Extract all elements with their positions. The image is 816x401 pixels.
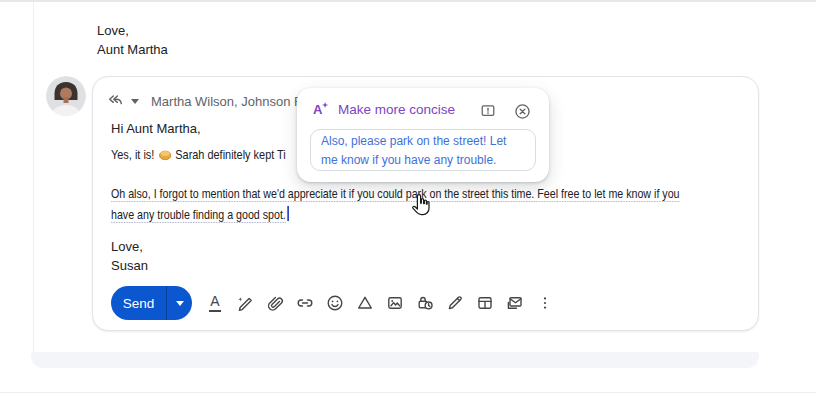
insert-emoji-button[interactable] [322,289,348,317]
ai-suggestion-box[interactable]: Also, please park on the street! Let me … [310,129,536,171]
insert-link-icon [295,293,315,313]
svg-text:A: A [313,102,323,117]
body-text: Sarah definitely kept Ti [175,147,285,162]
close-button[interactable] [511,100,533,122]
ai-popup-header: A Make more concise [312,100,455,118]
confidential-mode-button[interactable] [412,289,438,317]
body-closing: Love, Susan [111,237,148,275]
body-text: Love, [111,237,148,256]
help-me-write-button[interactable] [232,289,258,317]
confidential-mode-icon [415,293,435,313]
text-caret [287,206,289,221]
report-feedback-icon [479,102,497,120]
more-options-icon [535,293,555,313]
top-divider [0,0,816,2]
gmail-conversation-view: Love, Aunt Martha Martha Wilson, Johnson [0,0,816,401]
close-icon [513,102,532,121]
reply-all-icon [107,93,125,109]
insert-link-button[interactable] [292,289,318,317]
avatar[interactable] [46,76,86,116]
bottom-divider [0,392,816,393]
chevron-down-icon [176,301,184,306]
send-button-group: Send [111,286,192,320]
body-text: Yes, it is! [111,147,154,162]
formatting-options-icon: A [210,294,219,312]
formatting-toolbar: A [202,289,558,317]
body-greeting: Hi Aunt Martha, [111,121,201,136]
google-drive-button[interactable] [352,289,378,317]
quoted-line: Love, [97,21,168,40]
insert-signature-icon [445,293,465,313]
avatar-image [46,76,86,116]
formatting-options-button[interactable]: A [202,289,228,317]
ai-inserted-text: have any trouble finding a good spot. [111,207,286,222]
ai-inserted-line: Oh also, I forgot to mention that we'd a… [111,183,679,204]
insert-photo-icon [385,293,405,313]
more-options-button[interactable] [532,289,558,317]
pen-spark-icon: A [312,100,330,118]
chevron-down-icon [131,99,139,104]
layouts-button[interactable] [472,289,498,317]
insert-photo-button[interactable] [382,289,408,317]
insert-emoji-icon [325,293,345,313]
body-text: Susan [111,256,148,275]
quoted-email-closing: Love, Aunt Martha [97,21,168,59]
google-drive-icon [355,293,375,313]
send-options-button[interactable] [167,286,192,320]
compose-toolbar: Send A [111,286,558,320]
multi-send-button[interactable] [502,289,528,317]
multi-send-icon [505,293,525,313]
attach-file-button[interactable] [262,289,288,317]
left-pane-divider [33,2,34,352]
quoted-line: Aunt Martha [97,40,168,59]
insert-signature-button[interactable] [442,289,468,317]
ai-popup-title: Make more concise [338,102,455,117]
thread-footer-strip [31,352,759,368]
body-line: Yes, it is! Sarah definitely kept Ti [111,147,286,162]
ai-refine-popup: A Make more concise Also, please park on… [297,88,549,182]
help-me-write-icon [235,293,255,313]
attach-file-icon [265,293,285,313]
ai-inserted-paragraph: Oh also, I forgot to mention that we'd a… [111,183,679,225]
ai-inserted-line: have any trouble finding a good spot. [111,204,679,225]
layouts-icon [475,293,495,313]
send-button[interactable]: Send [111,286,166,320]
pie-emoji [158,148,171,161]
feedback-button[interactable] [477,100,499,122]
